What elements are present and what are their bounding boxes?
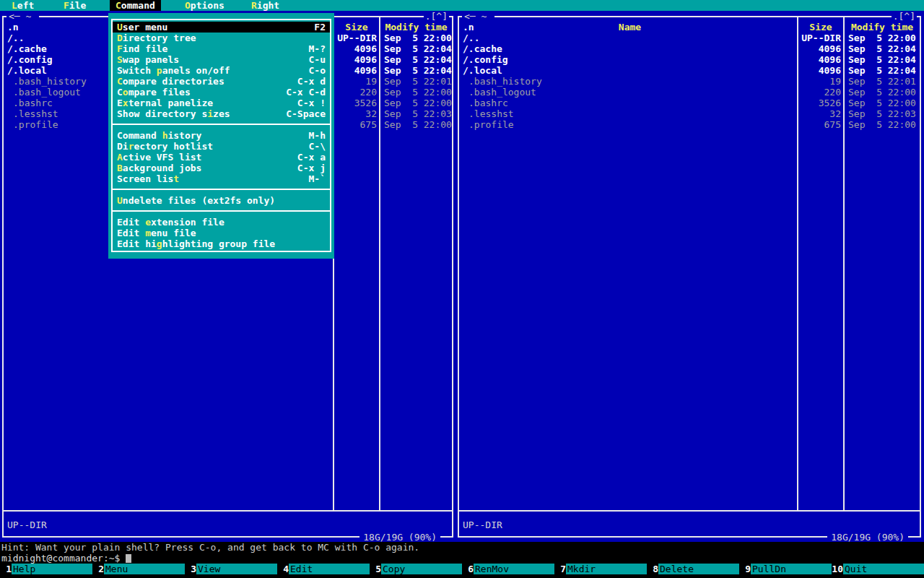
menubar-item-file[interactable]: File (58, 0, 92, 11)
menu-item-directory-tree[interactable]: Directory tree (113, 33, 330, 43)
menu-item-background-jobs[interactable]: Background jobsC-x j (113, 163, 330, 173)
fkey-menu[interactable]: 2Menu (92, 564, 185, 574)
fkey-mkdir[interactable]: 7Mkdir (554, 564, 647, 574)
file-row-bash-logout[interactable]: .bash_logout220Sep 5 22:00 (459, 87, 920, 98)
hotkey-letter: F (64, 0, 69, 11)
hotkey-letter: p (157, 65, 162, 76)
file-mtime: Sep 5 22:03 (845, 108, 920, 119)
menu-item-edit-extension-file[interactable]: Edit extension file (113, 217, 330, 228)
menu-item-edit-menu-file[interactable]: Edit menu file (113, 228, 330, 238)
hotkey-letter: o (123, 87, 128, 98)
file-mtime: Sep 5 22:00 (380, 119, 452, 130)
fkey-pulldn[interactable]: 9PullDn (739, 564, 832, 574)
menu-item-label: Background jobs (117, 163, 201, 173)
name-column-header[interactable]: .nName (459, 22, 797, 33)
hotkey-letter: C (117, 76, 123, 87)
panel-path-title[interactable]: <─ ~ (6, 11, 39, 22)
fkey-delete[interactable]: 8Delete (647, 564, 739, 574)
menu-item-edit-highlighting-group-file[interactable]: Edit highlighting group file (113, 238, 330, 249)
hotkey-letter: L (12, 0, 17, 11)
menu-item-active-vfs-list[interactable]: Active VFS listC-x a (113, 152, 330, 163)
menu-separator (113, 119, 330, 130)
sort-indicator: .n (7, 22, 19, 33)
file-row-lesshst[interactable]: .lesshst32Sep 5 22:03 (459, 108, 920, 119)
file-size: UP--DIR (334, 33, 379, 43)
terminal-cursor (126, 554, 131, 563)
menu-item-label: Switch panels on/off (117, 65, 230, 76)
mtime-column-header[interactable]: Modify time (380, 22, 452, 33)
menubar-item-left[interactable]: Left (6, 0, 40, 11)
menu-item-shortcut: C-u (309, 54, 326, 65)
file-size: 675 (334, 119, 379, 130)
file-row-bash-history[interactable]: .bash_history19Sep 5 22:01 (459, 76, 920, 87)
menubar-item-options[interactable]: Options (179, 0, 230, 11)
fkey-number: 10 (832, 564, 843, 574)
file-row-config[interactable]: /.config4096Sep 5 22:04 (459, 54, 920, 65)
size-column-header[interactable]: Size (798, 22, 843, 33)
hotkey-letter: B (117, 163, 123, 173)
file-row-profile[interactable]: .profile675Sep 5 22:00 (459, 119, 920, 130)
menu-item-label: Directory tree (117, 33, 196, 43)
menu-item-undelete-files-ext2fs-only[interactable]: Undelete files (ext2fs only) (113, 195, 330, 206)
fkey-help[interactable]: 1Help (0, 564, 92, 574)
file-mtime: Sep 5 22:04 (380, 65, 452, 76)
hotkey-letter: g (157, 238, 162, 249)
mini-status-separator (4, 510, 452, 512)
menubar-item-command[interactable]: Command (110, 0, 161, 11)
fkey-edit[interactable]: 4Edit (277, 564, 370, 574)
hotkey-letter: U (117, 22, 123, 33)
fkey-quit[interactable]: 10Quit (832, 564, 924, 574)
disk-usage: 18G/19G (90%) (827, 532, 908, 543)
menubar-item-right[interactable]: Right (245, 0, 285, 11)
size-column-header[interactable]: Size (334, 22, 379, 33)
file-row-local[interactable]: /.local4096Sep 5 22:04 (459, 65, 920, 76)
menu-item-shortcut: F2 (314, 22, 326, 33)
menu-item-label: Active VFS list (117, 152, 201, 163)
menu-item-directory-hotlist[interactable]: Directory hotlistC-\ (113, 141, 330, 152)
file-row-[interactable]: /..UP--DIRSep 5 22:00 (459, 33, 920, 43)
file-size: 3526 (798, 98, 843, 108)
mtime-column-header[interactable]: Modify time (845, 22, 920, 33)
panel-path-title[interactable]: <─ ~ (462, 11, 494, 22)
file-size: UP--DIR (798, 33, 843, 43)
file-name: .bash_history (459, 76, 797, 87)
file-mtime: Sep 5 22:04 (845, 54, 920, 65)
fkey-label: Menu (104, 564, 185, 574)
menu-item-label: Undelete files (ext2fs only) (117, 195, 275, 206)
shell-prompt-line[interactable]: midnight@commander:~$ (1, 553, 131, 564)
file-row-bashrc[interactable]: .bashrc3526Sep 5 22:00 (459, 98, 920, 108)
menu-item-label: Edit extension file (117, 217, 225, 228)
fkey-copy[interactable]: 5Copy (370, 564, 462, 574)
file-mtime: Sep 5 22:00 (380, 98, 452, 108)
fkey-view[interactable]: 3View (185, 564, 277, 574)
hotkey-letter: U (117, 195, 123, 206)
menu-item-label: Compare files (117, 87, 191, 98)
menu-item-compare-directories[interactable]: Compare directoriesC-x d (113, 76, 330, 87)
menu-item-show-directory-sizes[interactable]: Show directory sizesC-Space (113, 108, 330, 119)
fkey-renmov[interactable]: 6RenMov (462, 564, 554, 574)
menu-item-user-menu[interactable]: User menuF2 (113, 22, 330, 33)
fkey-number: 8 (647, 564, 658, 574)
menu-item-command-history[interactable]: Command historyM-h (113, 130, 330, 141)
menu-item-shortcut: M-` (309, 173, 326, 184)
menu-item-compare-files[interactable]: Compare filesC-x C-d (113, 87, 330, 98)
fkey-label: Delete (658, 564, 739, 574)
file-name: .profile (459, 119, 797, 130)
menu-item-external-panelize[interactable]: External panelizeC-x ! (113, 98, 330, 108)
hotkey-letter: D (117, 33, 123, 43)
file-name: /.local (459, 65, 797, 76)
menu-item-swap-panels[interactable]: Swap panelsC-u (113, 54, 330, 65)
menu-item-shortcut: M-? (309, 43, 326, 54)
panel-up-corner-mark[interactable]: .[^] (892, 11, 917, 22)
panel-header-row: .nNameSizeModify time (459, 22, 920, 33)
menu-item-shortcut: C-Space (286, 108, 326, 119)
file-row-cache[interactable]: /.cache4096Sep 5 22:04 (459, 43, 920, 54)
panel-up-corner-mark[interactable]: .[^] (424, 11, 449, 22)
menu-item-find-file[interactable]: Find fileM-? (113, 43, 330, 54)
menu-item-screen-list[interactable]: Screen listM-` (113, 173, 330, 184)
menu-item-switch-panels-on-off[interactable]: Switch panels on/offC-o (113, 65, 330, 76)
menu-item-label: Compare directories (117, 76, 225, 87)
file-mtime: Sep 5 22:04 (845, 65, 920, 76)
menu-item-label: User menu (117, 22, 167, 33)
file-size: 4096 (334, 54, 379, 65)
